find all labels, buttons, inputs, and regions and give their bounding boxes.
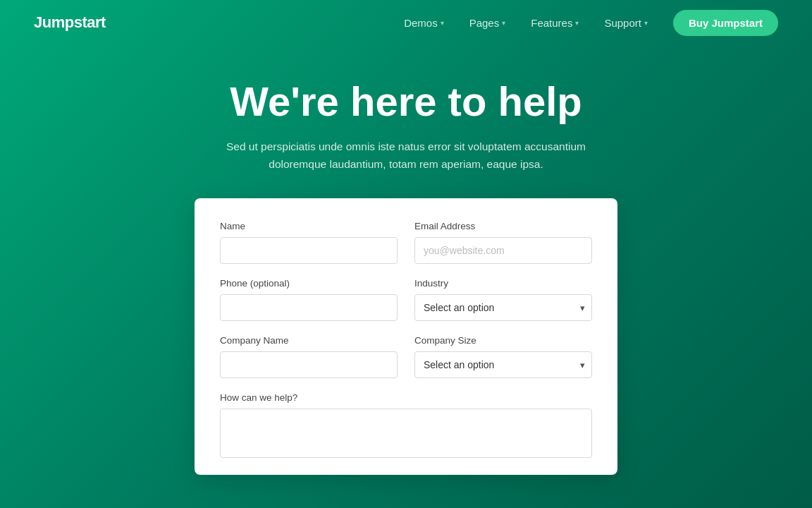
email-label: Email Address	[414, 221, 592, 231]
contact-form-card: Name Email Address Phone (optional) Indu…	[195, 198, 617, 475]
hero-section: We're here to help Sed ut perspiciatis u…	[0, 45, 812, 198]
chevron-down-icon: ▾	[644, 19, 648, 27]
company-size-select-wrapper: Select an option 1–10 employees 11–50 em…	[414, 351, 592, 378]
industry-select-wrapper: Select an option Technology Finance Heal…	[414, 294, 592, 321]
nav-item-features[interactable]: Features ▾	[531, 17, 579, 29]
hero-heading: We're here to help	[14, 79, 798, 124]
company-name-field-group: Company Name	[220, 335, 398, 378]
company-size-field-group: Company Size Select an option 1–10 emplo…	[414, 335, 592, 378]
contact-form: Name Email Address Phone (optional) Indu…	[220, 221, 592, 458]
company-name-input[interactable]	[220, 351, 398, 378]
company-size-label: Company Size	[414, 335, 592, 346]
help-field-group: How can we help?	[220, 392, 592, 458]
phone-input[interactable]	[220, 294, 398, 321]
chevron-down-icon: ▾	[502, 19, 505, 27]
company-name-label: Company Name	[220, 335, 398, 346]
name-input[interactable]	[220, 237, 398, 264]
chevron-down-icon: ▾	[441, 19, 444, 27]
industry-select[interactable]: Select an option Technology Finance Heal…	[414, 294, 592, 321]
main-nav: Demos ▾ Pages ▾ Features ▾ Support ▾ Buy…	[404, 10, 778, 36]
nav-item-support[interactable]: Support ▾	[604, 17, 648, 29]
header: Jumpstart Demos ▾ Pages ▾ Features ▾ Sup…	[0, 0, 812, 45]
chevron-down-icon: ▾	[575, 19, 579, 27]
email-input[interactable]	[414, 237, 592, 264]
company-size-select[interactable]: Select an option 1–10 employees 11–50 em…	[414, 351, 592, 378]
nav-item-demos[interactable]: Demos ▾	[404, 17, 444, 29]
hero-subtext: Sed ut perspiciatis unde omnis iste natu…	[223, 138, 589, 174]
name-label: Name	[220, 221, 398, 231]
phone-field-group: Phone (optional)	[220, 278, 398, 321]
help-label: How can we help?	[220, 392, 592, 403]
industry-field-group: Industry Select an option Technology Fin…	[414, 278, 592, 321]
email-field-group: Email Address	[414, 221, 592, 264]
buy-jumpstart-button[interactable]: Buy Jumpstart	[673, 10, 778, 36]
industry-label: Industry	[414, 278, 592, 289]
nav-item-pages[interactable]: Pages ▾	[469, 17, 506, 29]
name-field-group: Name	[220, 221, 398, 264]
logo: Jumpstart	[34, 13, 106, 32]
phone-label: Phone (optional)	[220, 278, 398, 289]
help-textarea[interactable]	[220, 409, 592, 458]
